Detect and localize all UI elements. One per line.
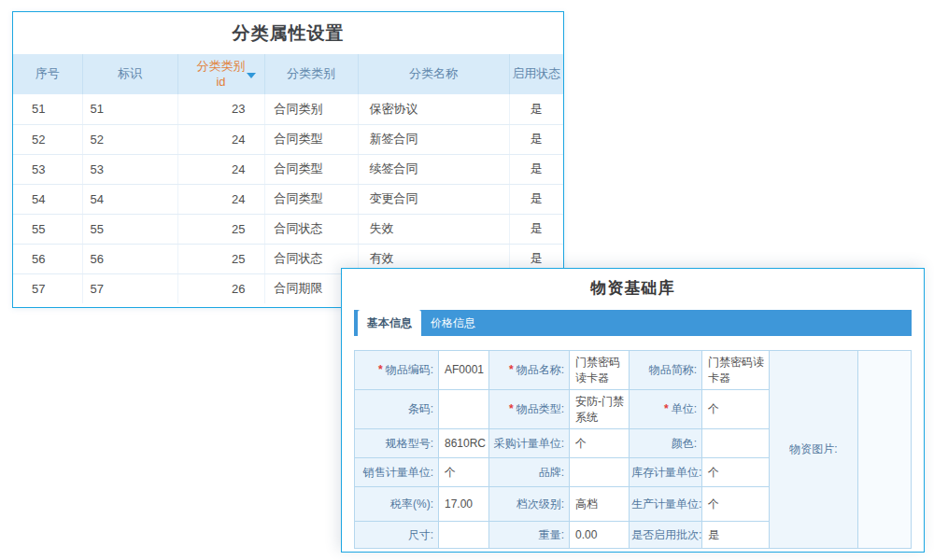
field-value[interactable] (570, 458, 630, 487)
field-value[interactable]: 个 (570, 429, 630, 458)
field-value[interactable]: 个 (702, 458, 770, 487)
field-value[interactable]: AF0001 (439, 351, 489, 390)
table-cell: 25 (177, 214, 264, 244)
table-cell: 是 (509, 124, 563, 154)
field-label: 品牌: (489, 458, 570, 487)
table-row[interactable]: 555525合同状态失效是 (13, 214, 563, 244)
column-header-label: 分类类别 (287, 66, 335, 81)
table-cell: 54 (13, 184, 82, 214)
table-row[interactable]: 545424合同类型变更合同是 (13, 184, 563, 214)
material-library-panel: 物资基础库 基本信息 价格信息 *物品编码:AF0001*物品名称:门禁密码读卡… (341, 268, 925, 553)
column-header-label: 分类类别id (192, 59, 250, 90)
field-label: 税率(%): (355, 487, 439, 522)
tab-basic-info[interactable]: 基本信息 (358, 310, 421, 336)
table-row[interactable]: 525224合同类型新签合同是 (13, 124, 563, 154)
column-header-0[interactable]: 序号 (13, 54, 82, 94)
tab-bar: 基本信息 价格信息 (354, 310, 912, 336)
column-header-3[interactable]: 分类类别 (264, 54, 358, 94)
field-value[interactable]: 高档 (570, 487, 630, 522)
field-label: 是否启用批次: (630, 522, 702, 549)
table-cell: 合同状态 (264, 214, 358, 244)
column-header-label: 分类名称 (409, 66, 458, 81)
required-asterisk: * (378, 363, 383, 376)
table-cell: 26 (177, 273, 264, 303)
column-header-label: 序号 (35, 66, 60, 81)
table-cell: 合同类别 (264, 94, 358, 124)
field-label: 条码: (355, 390, 439, 429)
table-cell: 保密协议 (358, 94, 509, 124)
material-image-label: 物资图片: (770, 351, 858, 549)
table-cell: 合同类型 (264, 124, 358, 154)
field-label: *物品类型: (489, 390, 570, 429)
field-label: 档次级别: (489, 487, 570, 522)
field-label: 颜色: (630, 429, 702, 458)
page: 分类属性设置 序号标识分类类别id分类类别分类名称启用状态 515123合同类别… (0, 0, 934, 560)
column-header-2[interactable]: 分类类别id (177, 54, 264, 94)
field-value[interactable]: 17.00 (439, 487, 489, 522)
field-value[interactable]: 个 (439, 458, 489, 487)
material-form: *物品编码:AF0001*物品名称:门禁密码读卡器物品简称:门禁密码读卡器物资图… (354, 350, 912, 549)
field-value[interactable]: 个 (702, 390, 770, 429)
category-table-header: 序号标识分类类别id分类类别分类名称启用状态 (13, 54, 563, 94)
column-header-5[interactable]: 启用状态 (509, 54, 563, 94)
field-value[interactable]: 门禁密码读卡器 (570, 351, 630, 390)
field-value[interactable]: 8610RC (439, 429, 489, 458)
tab-price-info[interactable]: 价格信息 (421, 310, 485, 336)
table-cell: 是 (509, 184, 563, 214)
field-value[interactable] (702, 429, 770, 458)
category-table: 序号标识分类类别id分类类别分类名称启用状态 515123合同类别保密协议是52… (13, 54, 563, 303)
table-cell: 53 (13, 154, 82, 184)
field-value[interactable]: 个 (702, 487, 770, 522)
material-panel-title: 物资基础库 (342, 278, 924, 299)
category-panel-title: 分类属性设置 (13, 12, 563, 54)
column-header-label: 标识 (118, 66, 142, 81)
table-cell: 25 (177, 244, 264, 273)
form-row: *物品编码:AF0001*物品名称:门禁密码读卡器物品简称:门禁密码读卡器物资图… (355, 351, 912, 390)
table-cell: 53 (82, 154, 177, 184)
required-asterisk: * (664, 402, 669, 415)
column-header-label: 启用状态 (512, 66, 560, 81)
field-label: 规格型号: (355, 429, 439, 458)
material-image-value[interactable] (858, 351, 912, 549)
table-cell: 55 (82, 214, 177, 244)
table-cell: 是 (509, 214, 563, 244)
field-label: *物品名称: (489, 351, 570, 390)
caret-down-icon[interactable] (247, 73, 256, 78)
table-cell: 55 (13, 214, 82, 244)
table-cell: 合同类型 (264, 184, 358, 214)
table-cell: 是 (509, 154, 563, 184)
table-cell: 24 (177, 124, 264, 154)
table-cell: 57 (82, 273, 177, 303)
field-label: 销售计量单位: (355, 458, 439, 487)
field-value[interactable]: 是 (702, 522, 770, 549)
field-label: 物品简称: (630, 351, 702, 390)
field-label: 生产计量单位: (630, 487, 702, 522)
field-value[interactable]: 0.00 (570, 522, 630, 549)
column-header-1[interactable]: 标识 (82, 54, 177, 94)
table-cell: 57 (13, 273, 82, 303)
table-row[interactable]: 515123合同类别保密协议是 (13, 94, 563, 124)
material-form-body: *物品编码:AF0001*物品名称:门禁密码读卡器物品简称:门禁密码读卡器物资图… (355, 351, 912, 549)
field-value[interactable]: 安防-门禁系统 (570, 390, 630, 429)
table-cell: 23 (177, 94, 264, 124)
field-value[interactable] (439, 390, 489, 429)
field-label: 库存计量单位: (630, 458, 702, 487)
field-value[interactable]: 门禁密码读卡器 (702, 351, 770, 390)
field-label: 尺寸: (355, 522, 439, 549)
table-cell: 是 (509, 94, 563, 124)
table-cell: 失效 (358, 214, 509, 244)
table-cell: 52 (13, 124, 82, 154)
required-asterisk: * (509, 363, 514, 376)
table-cell: 56 (13, 244, 82, 273)
category-settings-panel: 分类属性设置 序号标识分类类别id分类类别分类名称启用状态 515123合同类别… (12, 11, 564, 308)
field-label: 采购计量单位: (489, 429, 570, 458)
table-cell: 52 (82, 124, 177, 154)
field-value[interactable] (439, 522, 489, 549)
table-cell: 51 (82, 94, 177, 124)
category-header-row: 序号标识分类类别id分类类别分类名称启用状态 (13, 54, 563, 94)
field-label: *单位: (630, 390, 702, 429)
column-header-4[interactable]: 分类名称 (358, 54, 509, 94)
table-row[interactable]: 535324合同类型续签合同是 (13, 154, 563, 184)
table-cell: 54 (82, 184, 177, 214)
table-cell: 续签合同 (358, 154, 509, 184)
